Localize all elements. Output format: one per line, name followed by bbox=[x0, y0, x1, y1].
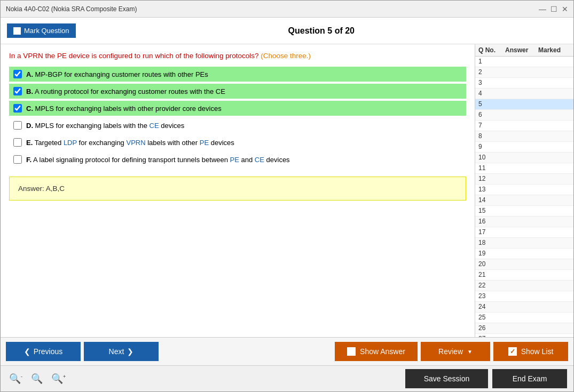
sidebar-qno: 7 bbox=[478, 122, 505, 130]
sidebar-answer bbox=[505, 143, 538, 151]
mark-icon bbox=[13, 27, 21, 35]
option-a[interactable]: A. MP-BGP for exchanging customer routes… bbox=[9, 67, 466, 82]
mark-button-label: Mark Question bbox=[24, 27, 69, 35]
sidebar-marked bbox=[538, 207, 570, 215]
question-header: Question 5 of 20 bbox=[76, 26, 567, 36]
close-icon[interactable]: ✕ bbox=[562, 5, 568, 13]
checkbox-b[interactable] bbox=[13, 87, 22, 95]
show-list-label: Show List bbox=[521, 347, 554, 356]
minimize-icon[interactable]: — bbox=[539, 5, 546, 13]
sidebar-qno: 22 bbox=[478, 282, 505, 290]
sidebar-row[interactable]: 17 bbox=[475, 227, 573, 238]
sidebar-answer bbox=[505, 303, 538, 311]
sidebar-marked bbox=[538, 228, 570, 236]
previous-arrow-icon bbox=[24, 347, 30, 356]
sidebar-row[interactable]: 10 bbox=[475, 153, 573, 163]
sidebar-answer bbox=[505, 282, 538, 290]
sidebar-answer bbox=[505, 260, 538, 268]
sidebar-row[interactable]: 21 bbox=[475, 270, 573, 281]
sidebar-marked bbox=[538, 58, 570, 66]
sidebar-marked bbox=[538, 68, 570, 76]
sidebar-row[interactable]: 4 bbox=[475, 89, 573, 99]
next-button[interactable]: Next bbox=[84, 342, 159, 361]
sidebar-qno: 26 bbox=[478, 324, 505, 332]
checkbox-c[interactable] bbox=[13, 104, 22, 113]
sidebar-row[interactable]: 5 bbox=[475, 99, 573, 110]
sidebar-answer bbox=[505, 271, 538, 279]
sidebar-answer bbox=[505, 68, 538, 76]
sidebar-row[interactable]: 18 bbox=[475, 238, 573, 249]
option-c-text: C. MPLS for exchanging labels with other… bbox=[26, 105, 222, 113]
review-arrow-icon: ▼ bbox=[467, 349, 473, 355]
sidebar-answer bbox=[505, 239, 538, 247]
sidebar-row[interactable]: 20 bbox=[475, 259, 573, 270]
show-answer-label: Show Answer bbox=[360, 347, 405, 356]
checkbox-d[interactable] bbox=[13, 121, 22, 130]
sidebar-row[interactable]: 15 bbox=[475, 206, 573, 217]
sidebar-row[interactable]: 16 bbox=[475, 217, 573, 227]
option-c[interactable]: C. MPLS for exchanging labels with other… bbox=[9, 101, 466, 116]
mark-question-button[interactable]: Mark Question bbox=[7, 23, 76, 38]
show-list-button[interactable]: Show List bbox=[493, 342, 568, 361]
sidebar-qno: 23 bbox=[478, 292, 505, 300]
sidebar-answer bbox=[505, 164, 538, 172]
sidebar-marked bbox=[538, 100, 570, 108]
previous-button[interactable]: Previous bbox=[6, 342, 81, 361]
sidebar-qno: 15 bbox=[478, 207, 505, 215]
end-exam-button[interactable]: End Exam bbox=[492, 369, 567, 388]
show-answer-button[interactable]: Show Answer bbox=[335, 342, 418, 361]
sidebar-row[interactable]: 6 bbox=[475, 110, 573, 121]
zoom-bar: 🔍- 🔍 🔍+ Save Session End Exam bbox=[1, 365, 573, 391]
checkbox-f[interactable] bbox=[13, 155, 22, 164]
sidebar-qno: 17 bbox=[478, 228, 505, 236]
sidebar-row[interactable]: 25 bbox=[475, 313, 573, 323]
sidebar-row[interactable]: 14 bbox=[475, 195, 573, 206]
sidebar-row[interactable]: 24 bbox=[475, 302, 573, 313]
sidebar-row[interactable]: 1 bbox=[475, 57, 573, 67]
sidebar-row[interactable]: 26 bbox=[475, 323, 573, 334]
option-b[interactable]: B. A routing protocol for exchanging cus… bbox=[9, 84, 466, 99]
zoom-in-button[interactable]: 🔍+ bbox=[49, 373, 68, 385]
maximize-icon[interactable]: ☐ bbox=[551, 5, 557, 13]
sidebar-marked bbox=[538, 271, 570, 279]
sidebar-answer bbox=[505, 122, 538, 130]
sidebar-row[interactable]: 11 bbox=[475, 163, 573, 174]
option-d[interactable]: D. MPLS for exchanging labels with the C… bbox=[9, 118, 466, 133]
sidebar-answer bbox=[505, 111, 538, 119]
sidebar-row[interactable]: 9 bbox=[475, 142, 573, 153]
sidebar-marked bbox=[538, 303, 570, 311]
checkbox-e[interactable] bbox=[13, 138, 22, 147]
sidebar-marked bbox=[538, 314, 570, 322]
option-f-text: F. A label signaling protocol for defini… bbox=[26, 156, 290, 164]
sidebar-row[interactable]: 3 bbox=[475, 78, 573, 89]
option-e-text: E. Targeted LDP for exchanging VPRN labe… bbox=[26, 139, 234, 147]
sidebar-row[interactable]: 12 bbox=[475, 174, 573, 185]
sidebar-marked bbox=[538, 186, 570, 194]
zoom-out-button[interactable]: 🔍- bbox=[7, 373, 25, 385]
sidebar-answer bbox=[505, 132, 538, 140]
option-e[interactable]: E. Targeted LDP for exchanging VPRN labe… bbox=[9, 135, 466, 150]
sidebar-row[interactable]: 13 bbox=[475, 185, 573, 195]
review-button[interactable]: Review ▼ bbox=[421, 342, 490, 361]
sidebar-answer bbox=[505, 154, 538, 162]
toolbar: Mark Question Question 5 of 20 bbox=[1, 18, 573, 44]
checkbox-a[interactable] bbox=[13, 70, 22, 78]
sidebar-row[interactable]: 22 bbox=[475, 281, 573, 291]
sidebar-qno: 3 bbox=[478, 79, 505, 87]
sidebar-row[interactable]: 19 bbox=[475, 249, 573, 259]
sidebar-row[interactable]: 2 bbox=[475, 67, 573, 78]
save-session-button[interactable]: Save Session bbox=[405, 369, 488, 388]
sidebar-row[interactable]: 8 bbox=[475, 131, 573, 142]
col-answer: Answer bbox=[505, 46, 538, 54]
sidebar-row[interactable]: 23 bbox=[475, 291, 573, 302]
sidebar-qno: 9 bbox=[478, 143, 505, 151]
sidebar-marked bbox=[538, 122, 570, 130]
sidebar-marked bbox=[538, 260, 570, 268]
sidebar-list[interactable]: 1 2 3 4 5 6 7 8 bbox=[475, 57, 573, 337]
zoom-reset-button[interactable]: 🔍 bbox=[29, 373, 45, 385]
sidebar-row[interactable]: 7 bbox=[475, 121, 573, 131]
next-arrow-icon bbox=[127, 347, 133, 356]
option-f[interactable]: F. A label signaling protocol for defini… bbox=[9, 152, 466, 167]
sidebar: Q No. Answer Marked 1 2 3 4 5 bbox=[475, 44, 573, 337]
sidebar-qno: 13 bbox=[478, 186, 505, 194]
